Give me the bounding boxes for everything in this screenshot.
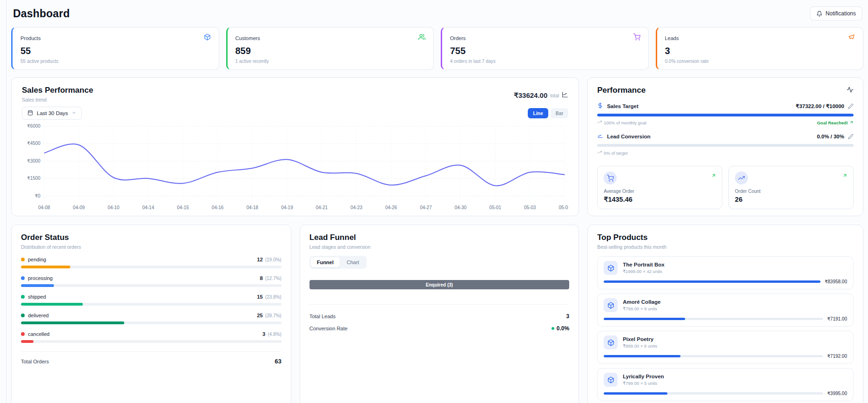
megaphone-icon xyxy=(848,34,855,42)
sales-trend-line xyxy=(44,144,565,186)
status-bar xyxy=(21,340,282,343)
stat-card[interactable]: Customers 859 1 active recently xyxy=(226,27,434,70)
product-detail: ₹899.00 × 8 units xyxy=(623,343,657,348)
sales-title: Sales Performance xyxy=(22,86,93,95)
performance-card: Performance Sales Target ₹37322.00 / ₹10… xyxy=(587,77,863,216)
x-tick-label: 04-19 xyxy=(281,205,293,210)
top-products-card: Top Products Best-selling products this … xyxy=(587,225,863,403)
notifications-button[interactable]: Notifications xyxy=(810,7,862,20)
product-name: Pixel Poetry xyxy=(623,336,657,342)
y-tick-label: ₹1500 xyxy=(27,176,40,181)
stat-sub: 4 orders in last 7 days xyxy=(450,59,640,64)
date-range-select[interactable]: Last 30 Days xyxy=(22,107,82,120)
x-tick-label: 04-27 xyxy=(420,205,432,210)
stat-card[interactable]: Products 55 55 active products xyxy=(11,27,219,70)
x-tick-label: 04-15 xyxy=(177,205,189,210)
toggle-line-button[interactable]: Line xyxy=(528,108,548,118)
top-products-title: Top Products xyxy=(597,233,854,242)
stat-sub: 1 active recently xyxy=(236,59,426,64)
performance-mini-card[interactable]: Order Count 26 xyxy=(728,166,854,209)
status-percent: (19.0%) xyxy=(265,257,282,262)
sales-target-value: ₹37322.00 / ₹10000 xyxy=(796,103,844,109)
x-tick-label: 05-03 xyxy=(524,205,536,210)
sales-line-chart: ₹6000₹4500₹3000₹1500₹004-0804-0904-1004-… xyxy=(22,122,568,213)
dollar-icon xyxy=(597,102,603,109)
product-item[interactable]: The Portrait Box ₹1999.00 × 42 units ₹83… xyxy=(597,256,854,289)
sales-total-suffix: total xyxy=(550,93,559,98)
order-status-row: processing 8 (12.7%) xyxy=(21,275,282,287)
stat-label: Orders xyxy=(450,35,466,41)
product-name: Lyrically Proven xyxy=(623,374,664,379)
stat-value: 755 xyxy=(450,46,640,56)
product-name: The Portrait Box xyxy=(623,262,664,267)
funnel-stage-bar: Enquired (3) xyxy=(310,280,570,289)
y-tick-label: ₹6000 xyxy=(27,123,40,129)
order-status-title: Order Status xyxy=(21,233,282,242)
package-icon xyxy=(604,373,618,387)
arrow-up-right-icon xyxy=(842,171,848,180)
sales-subtitle: Sales trend xyxy=(22,97,93,102)
order-status-list: pending 12 (19.0%) processing 8 (12.7%) xyxy=(21,257,282,343)
funnel-view-tabs: FunnelChart xyxy=(310,256,367,269)
status-dot xyxy=(21,332,25,336)
edit-sales-target-icon[interactable] xyxy=(848,103,854,109)
x-tick-label: 05-01 xyxy=(489,205,501,210)
y-tick-label: ₹4500 xyxy=(27,141,40,146)
x-tick-label: 04-23 xyxy=(350,205,363,210)
status-count: 8 xyxy=(260,275,262,281)
x-tick-label: 04-21 xyxy=(316,205,328,210)
stat-card[interactable]: Leads 3 0.0% conversion rate xyxy=(656,27,864,70)
date-range-label: Last 30 Days xyxy=(37,110,68,116)
product-item[interactable]: Amoré Collage ₹799.00 × 9 units ₹7191.00 xyxy=(597,294,854,327)
stat-value: 3 xyxy=(665,46,855,56)
lead-conversion-progress xyxy=(597,144,854,147)
chart-line-icon xyxy=(597,133,603,140)
lead-funnel-title: Lead Funnel xyxy=(310,233,570,242)
funnel-tab-chart[interactable]: Chart xyxy=(341,257,365,267)
stats-grid: Products 55 55 active products Customers… xyxy=(11,27,863,70)
package-icon xyxy=(604,298,618,312)
toggle-bar-button[interactable]: Bar xyxy=(551,108,568,118)
order-status-card: Order Status Distribution of recent orde… xyxy=(11,225,291,403)
lead-conversion-label: Lead Conversion xyxy=(607,134,650,139)
lead-funnel-subtitle: Lead stages and conversion xyxy=(310,244,570,250)
status-percent: (4.8%) xyxy=(268,332,281,337)
status-dot xyxy=(21,276,25,280)
topbar: Dashboard Notifications xyxy=(13,7,862,20)
status-bar xyxy=(21,321,282,324)
performance-mini-card[interactable]: Average Order ₹1435.46 xyxy=(597,166,722,209)
total-leads-label: Total Leads xyxy=(310,314,336,319)
product-revenue: ₹3995.00 xyxy=(827,391,847,396)
sales-target-label: Sales Target xyxy=(607,103,639,109)
product-item[interactable]: Pixel Poetry ₹899.00 × 8 units ₹7192.00 xyxy=(597,331,854,364)
product-revenue: ₹7192.00 xyxy=(827,354,847,359)
trending-up-icon xyxy=(597,150,602,156)
package-icon xyxy=(604,261,618,275)
status-label: shipped xyxy=(28,294,46,300)
chart-view-toggle: LineBar xyxy=(528,108,568,118)
edit-lead-conversion-icon[interactable] xyxy=(848,134,854,139)
product-name: Amoré Collage xyxy=(623,299,660,305)
funnel-tab-funnel[interactable]: Funnel xyxy=(311,257,340,267)
product-item[interactable]: Lyrically Proven ₹799.00 × 5 units ₹3995… xyxy=(597,368,854,401)
goal-badge-text: Goal Reached! xyxy=(817,120,848,125)
top-products-list: The Portrait Box ₹1999.00 × 42 units ₹83… xyxy=(597,256,854,403)
package-icon xyxy=(604,335,618,349)
sales-target-note: 100% of monthly goal xyxy=(604,120,646,125)
x-tick-label: 04-16 xyxy=(212,205,224,210)
page-title: Dashboard xyxy=(13,7,70,20)
x-tick-label: 04-30 xyxy=(455,205,467,210)
status-label: delivered xyxy=(28,313,49,318)
users-icon xyxy=(418,34,425,42)
activity-icon xyxy=(847,86,854,95)
x-tick-label: 05-06 xyxy=(559,205,569,210)
status-percent: (39.7%) xyxy=(265,313,282,318)
x-tick-label: 04-08 xyxy=(38,205,50,210)
x-tick-label: 04-26 xyxy=(385,205,397,210)
order-status-row: cancelled 3 (4.8%) xyxy=(21,331,282,343)
status-dot xyxy=(21,295,25,299)
stat-card[interactable]: Orders 755 4 orders in last 7 days xyxy=(441,27,649,70)
arrow-up-right-icon xyxy=(711,171,716,180)
mini-card-value: 26 xyxy=(735,196,847,203)
sales-target-row: Sales Target ₹37322.00 / ₹10000 xyxy=(597,102,854,125)
